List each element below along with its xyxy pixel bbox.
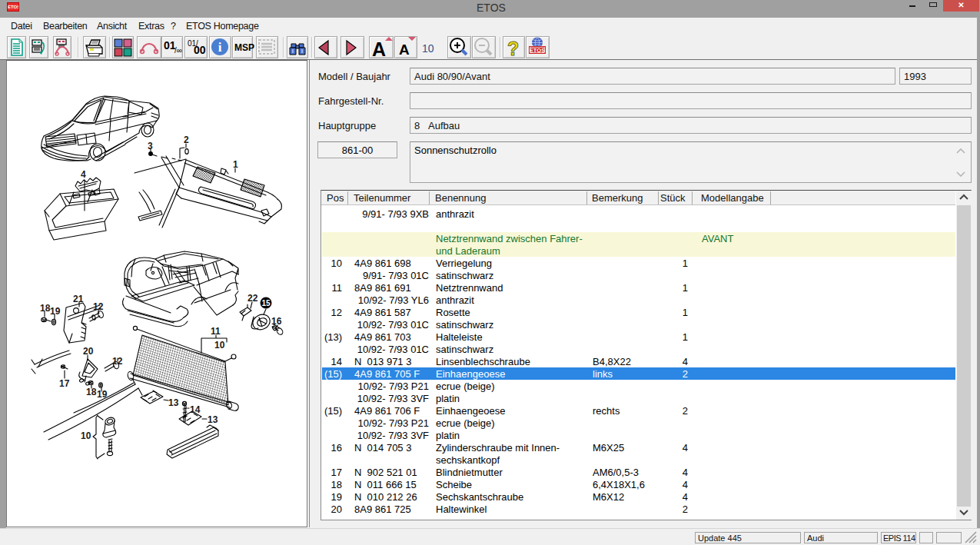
svg-text:MSP: MSP xyxy=(234,42,254,53)
svg-text:21: 21 xyxy=(73,294,84,304)
svg-text:10: 10 xyxy=(214,340,225,351)
svg-text:?: ? xyxy=(507,38,519,59)
svg-text:10: 10 xyxy=(422,42,434,55)
svg-text:ETOS: ETOS xyxy=(530,47,545,54)
svg-text:19: 19 xyxy=(50,306,61,317)
svg-text:12: 12 xyxy=(112,356,123,367)
svg-text:10: 10 xyxy=(81,430,91,441)
svg-text:11: 11 xyxy=(211,326,221,337)
svg-text:00: 00 xyxy=(194,44,206,56)
svg-text:2: 2 xyxy=(184,135,189,145)
svg-text:22: 22 xyxy=(247,293,258,304)
svg-text:14: 14 xyxy=(190,404,201,415)
svg-text:16: 16 xyxy=(271,316,282,327)
svg-text:i: i xyxy=(218,40,222,55)
svg-text:/∞: /∞ xyxy=(174,46,182,55)
svg-text:19: 19 xyxy=(97,389,108,400)
svg-text:18: 18 xyxy=(40,303,51,314)
svg-text:17: 17 xyxy=(59,378,70,389)
svg-text:1: 1 xyxy=(233,159,238,170)
svg-text:A: A xyxy=(399,42,410,58)
svg-text:20: 20 xyxy=(83,346,94,357)
svg-text:15: 15 xyxy=(261,299,271,307)
svg-text:13: 13 xyxy=(208,414,218,425)
svg-text:4: 4 xyxy=(81,169,86,180)
svg-text:12: 12 xyxy=(93,301,104,312)
svg-text:13: 13 xyxy=(168,397,179,408)
svg-text:A: A xyxy=(372,38,386,60)
svg-text:3: 3 xyxy=(148,141,153,151)
svg-text:18: 18 xyxy=(86,387,97,397)
